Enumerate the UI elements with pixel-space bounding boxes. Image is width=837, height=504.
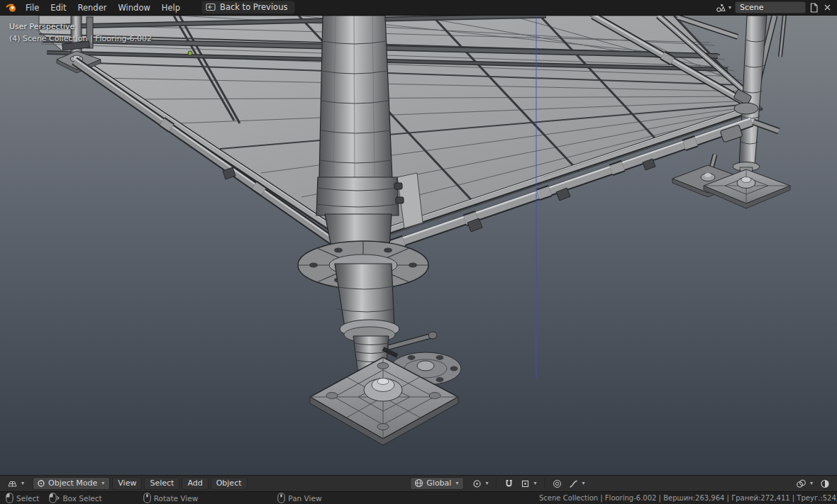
scene-statistics: Scene Collection | Flooring-6.002 | Верш… [539, 494, 837, 502]
3d-viewport[interactable]: User Perspective (4) Scene Collection | … [0, 16, 837, 475]
orientation-dropdown[interactable]: Global ▾ [410, 477, 464, 490]
editor-type-dropdown[interactable]: ▾ [4, 477, 27, 490]
status-bar: Select Box Select Rotate View Pan View S… [0, 491, 837, 504]
snap-target-icon [521, 479, 530, 488]
unlink-scene-icon [824, 4, 831, 11]
viewport-canvas [0, 16, 837, 475]
mouse-drag-icon [49, 493, 60, 503]
pivot-icon [472, 479, 482, 488]
status-hint-rotate-view: Rotate View [143, 493, 199, 503]
status-hint-box-select: Box Select [49, 493, 101, 503]
menu-select[interactable]: Select [144, 477, 179, 490]
menu-object[interactable]: Object [211, 477, 248, 490]
back-to-previous-button[interactable]: Back to Previous [201, 1, 295, 14]
editor-type-icon [7, 478, 18, 488]
menu-help[interactable]: Help [156, 1, 186, 14]
blender-logo-icon[interactable] [4, 1, 18, 14]
menu-window[interactable]: Window [112, 1, 155, 14]
snap-toggle[interactable] [501, 478, 516, 490]
orientation-label: Global [426, 478, 451, 488]
falloff-icon [569, 479, 578, 488]
back-icon [206, 3, 216, 11]
menu-edit[interactable]: Edit [45, 1, 72, 14]
menu-add[interactable]: Add [182, 477, 208, 490]
scene-name-field[interactable]: Scene [735, 1, 806, 13]
chevron-down-icon: ▾ [533, 481, 536, 486]
mode-dropdown[interactable]: Object Mode ▾ [33, 477, 110, 490]
new-scene-icon [809, 3, 819, 13]
mouse-middle-icon [143, 493, 151, 503]
mouse-middle-icon [277, 493, 285, 503]
chevron-down-icon: ▾ [810, 481, 813, 486]
chevron-down-icon: ▾ [21, 481, 24, 486]
menu-render[interactable]: Render [72, 1, 113, 14]
object-origin-dot [188, 51, 192, 55]
status-hint-select: Select [6, 493, 39, 503]
xray-icon [820, 479, 830, 488]
proportional-icon [553, 479, 562, 488]
chevron-down-icon: ▾ [455, 481, 458, 486]
back-button-label: Back to Previous [220, 2, 287, 12]
chevron-down-icon: ▾ [582, 481, 584, 486]
chevron-down-icon: ▾ [485, 481, 488, 486]
magnet-icon [504, 479, 514, 488]
mode-label: Object Mode [48, 478, 97, 488]
menu-view[interactable]: View [112, 477, 142, 490]
proportional-toggle[interactable] [550, 478, 565, 490]
status-hint-pan-view: Pan View [277, 493, 321, 503]
object-mode-icon [37, 479, 45, 488]
globe-icon [414, 478, 423, 488]
scene-selector: ▾ Scene [714, 1, 834, 13]
top-menu-bar: File Edit Render Window Help Back to Pre… [0, 0, 837, 16]
scene-name-value: Scene [740, 3, 764, 12]
overlays-dropdown[interactable]: ▾ [793, 478, 816, 490]
scene-datablock-dropdown[interactable]: ▾ [714, 2, 733, 13]
snap-settings-dropdown[interactable]: ▾ [518, 478, 539, 490]
chevron-down-icon: ▾ [101, 481, 104, 486]
new-scene-button[interactable] [808, 2, 820, 13]
scene-datablock-icon [716, 3, 726, 13]
overlays-icon [796, 479, 806, 488]
chevron-down-icon: ▾ [728, 5, 731, 11]
mouse-left-icon [6, 493, 13, 503]
pivot-dropdown[interactable]: ▾ [470, 478, 491, 490]
menu-file[interactable]: File [20, 1, 45, 14]
xray-toggle[interactable] [817, 478, 833, 490]
falloff-dropdown[interactable]: ▾ [566, 478, 587, 490]
unlink-scene-button[interactable] [822, 3, 833, 12]
viewport-header: ▾ Object Mode ▾ View Select Add Object G… [0, 475, 837, 491]
